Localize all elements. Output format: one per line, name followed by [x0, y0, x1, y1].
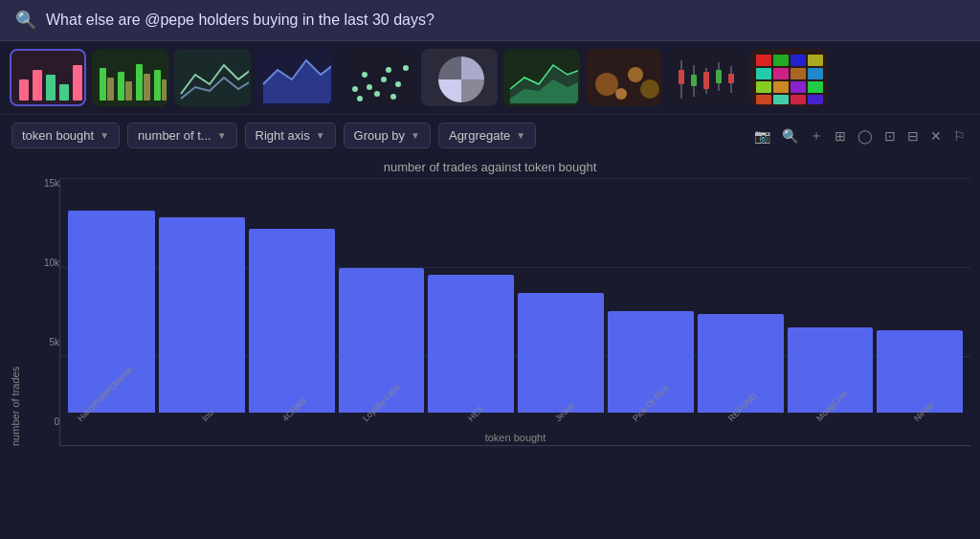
- chart-container: number of trades 15k 10k 5k 0 HarryPotte…: [10, 178, 970, 446]
- dropdown-y-axis[interactable]: number of t... ▼: [127, 123, 237, 148]
- svg-rect-46: [773, 68, 789, 79]
- bar-3[interactable]: [339, 268, 425, 413]
- svg-point-18: [395, 81, 401, 87]
- svg-rect-47: [791, 68, 806, 79]
- autoscale-icon[interactable]: ⚐: [950, 126, 969, 146]
- lasso-icon[interactable]: ◯: [855, 126, 876, 146]
- svg-rect-55: [791, 95, 806, 104]
- svg-rect-48: [808, 68, 823, 79]
- svg-point-28: [628, 67, 643, 82]
- svg-rect-5: [100, 68, 106, 101]
- camera-icon[interactable]: 📷: [751, 126, 773, 146]
- thumb-line-chart[interactable]: [174, 49, 251, 106]
- svg-rect-32: [679, 70, 684, 84]
- chart-plot-area: HarryPotterObama...Inu4CHANLoyalty LabsH…: [59, 178, 970, 446]
- svg-rect-11: [154, 70, 161, 101]
- svg-rect-12: [162, 79, 168, 101]
- dropdown-right-axis[interactable]: Right axis ▼: [245, 123, 336, 148]
- bar-group-1: Inu: [159, 217, 245, 426]
- bar-1[interactable]: [159, 217, 245, 413]
- svg-rect-56: [808, 95, 823, 104]
- thumb-area-green[interactable]: [503, 49, 580, 106]
- add-icon[interactable]: ＋: [807, 125, 826, 146]
- svg-point-21: [403, 65, 409, 71]
- thumb-pie-chart[interactable]: [421, 49, 498, 106]
- svg-point-29: [640, 79, 659, 99]
- thumb-grouped-bar[interactable]: [92, 49, 168, 106]
- bar-9[interactable]: [877, 330, 963, 413]
- thumb-bubble[interactable]: [586, 49, 662, 106]
- svg-rect-4: [73, 65, 82, 101]
- search-icon: 🔍: [15, 10, 36, 31]
- chart-area: number of trades against token bought nu…: [0, 156, 980, 450]
- thumb-scatter[interactable]: [339, 49, 415, 106]
- svg-point-27: [595, 73, 618, 96]
- svg-rect-38: [716, 70, 722, 83]
- bar-group-4: HEX: [428, 275, 514, 426]
- search-bar: 🔍 What else are @pepe holders buying in …: [0, 0, 980, 41]
- bar-4[interactable]: [428, 275, 514, 413]
- svg-rect-34: [691, 75, 697, 86]
- svg-rect-8: [125, 81, 132, 101]
- x-axis-label: token bought: [60, 432, 970, 443]
- thumb-area-line[interactable]: [256, 49, 333, 106]
- bar-group-7: REFUND: [698, 314, 784, 426]
- dropdown-y-label: number of t...: [138, 128, 212, 143]
- dropdown-x-axis[interactable]: token bought ▼: [11, 123, 120, 148]
- svg-point-14: [352, 86, 358, 92]
- dropdown-right-label: Right axis: [256, 128, 310, 143]
- svg-rect-53: [756, 95, 771, 104]
- svg-rect-2: [46, 75, 56, 101]
- dropdown-group-label: Group by: [354, 128, 405, 143]
- svg-rect-52: [808, 81, 823, 93]
- bars-wrapper: HarryPotterObama...Inu4CHANLoyalty LabsH…: [60, 178, 970, 426]
- y-tick-10k: 10k: [44, 258, 59, 268]
- svg-rect-45: [756, 68, 771, 79]
- svg-rect-9: [136, 64, 143, 101]
- thumb-bar-chart[interactable]: [10, 49, 86, 106]
- bar-7[interactable]: [698, 314, 784, 413]
- deselect-icon[interactable]: ⊟: [904, 126, 922, 146]
- chart-type-thumbnails: [0, 41, 980, 115]
- search-query-text: What else are @pepe holders buying in th…: [46, 11, 434, 29]
- grid-icon[interactable]: ⊞: [832, 126, 849, 146]
- svg-point-23: [390, 94, 396, 100]
- y-axis-label: number of trades: [10, 178, 21, 446]
- chart-toolbar: 📷 🔍 ＋ ⊞ ◯ ⊡ ⊟ ✕ ⚐: [751, 125, 969, 146]
- svg-point-19: [367, 84, 372, 90]
- svg-rect-7: [118, 72, 124, 101]
- thumb-candlestick[interactable]: [668, 49, 745, 106]
- svg-point-22: [357, 96, 363, 101]
- svg-rect-51: [791, 81, 806, 93]
- dropdown-group-by[interactable]: Group by ▼: [344, 123, 431, 148]
- svg-rect-50: [773, 81, 789, 93]
- bar-5[interactable]: [518, 293, 604, 413]
- svg-rect-1: [33, 70, 42, 101]
- chevron-down-icon-2: ▼: [217, 130, 227, 141]
- svg-point-30: [615, 88, 627, 100]
- y-tick-5k: 5k: [49, 337, 59, 348]
- box-select-icon[interactable]: ⊡: [881, 126, 899, 146]
- reset-icon[interactable]: ✕: [927, 126, 945, 146]
- bar-group-5: Jesus: [518, 293, 604, 426]
- zoom-icon[interactable]: 🔍: [779, 126, 801, 146]
- bar-group-8: MongCoin: [788, 327, 874, 426]
- chevron-down-icon-5: ▼: [516, 130, 525, 141]
- bar-group-0: HarryPotterObama...: [68, 211, 155, 426]
- thumb-heatmap[interactable]: [750, 49, 827, 106]
- dropdown-x-label: token bought: [22, 128, 94, 143]
- controls-row: token bought ▼ number of t... ▼ Right ax…: [0, 115, 980, 156]
- svg-rect-6: [107, 78, 114, 101]
- svg-rect-41: [756, 55, 771, 66]
- svg-point-16: [374, 91, 380, 97]
- svg-point-17: [386, 67, 391, 73]
- chart-title: number of trades against token bought: [10, 160, 970, 174]
- y-axis-ticks: 15k 10k 5k 0: [25, 178, 59, 446]
- bar-2[interactable]: [249, 229, 335, 413]
- dropdown-agg-label: Agrgregate: [449, 128, 510, 143]
- dropdown-aggregate[interactable]: Agrgregate ▼: [438, 123, 536, 148]
- svg-point-20: [381, 77, 387, 82]
- svg-rect-43: [791, 55, 806, 66]
- chevron-down-icon-4: ▼: [411, 130, 420, 141]
- svg-rect-42: [773, 55, 789, 66]
